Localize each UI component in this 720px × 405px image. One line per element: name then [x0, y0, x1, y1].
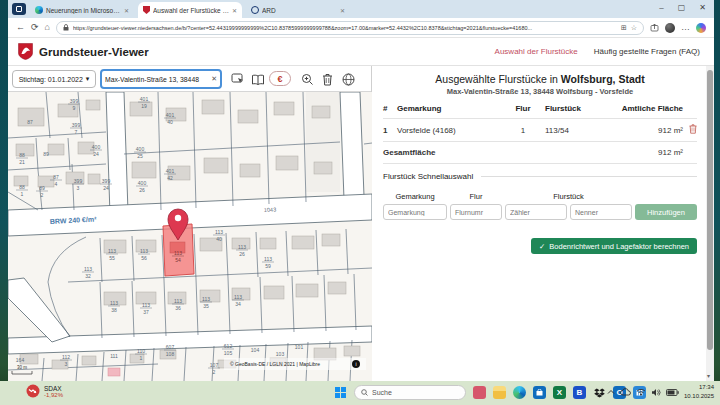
svg-text:110: 110 — [137, 348, 145, 354]
wifi-icon[interactable] — [636, 388, 646, 396]
svg-text:401: 401 — [166, 112, 175, 118]
zaehler-input[interactable] — [505, 204, 567, 220]
svg-text:108: 108 — [166, 351, 175, 357]
reload-button[interactable]: ⟳ — [31, 23, 39, 32]
store-bag-icon — [536, 389, 543, 396]
url-text: https://grundsteuer-viewer.niedersachsen… — [73, 25, 617, 31]
svg-text:32: 32 — [85, 273, 91, 279]
nav-auswahl-link[interactable]: Auswahl der Flurstücke — [495, 47, 578, 56]
clock[interactable]: 17:34 10.10.2025 — [684, 383, 714, 401]
taskbar-search[interactable]: Suche — [354, 385, 466, 400]
maximize-button[interactable]: ▢ — [678, 3, 686, 12]
widget-value: -1,92% — [44, 392, 63, 398]
widget-title: SDAX — [44, 385, 63, 392]
split-screen-icon[interactable]: ⊞ — [621, 24, 627, 32]
app-nav: Auswahl der Flurstücke Häufig gestellte … — [495, 47, 700, 56]
nenner-input[interactable] — [570, 204, 632, 220]
select-parcel-tool-button[interactable] — [229, 71, 246, 88]
nav-faq-link[interactable]: Häufig gestellte Fragen (FAQ) — [594, 47, 700, 56]
clear-search-icon[interactable]: ✕ — [211, 75, 217, 83]
svg-text:113: 113 — [108, 248, 116, 254]
svg-text:7: 7 — [75, 129, 78, 135]
cadastral-map: 8739993997401194014040024400258821898748… — [8, 92, 372, 381]
scroll-down-icon[interactable]: ▾ — [707, 372, 710, 379]
back-button[interactable]: ← — [16, 23, 25, 32]
address-search[interactable]: ✕ — [100, 69, 222, 89]
home-button[interactable]: ⌂ — [45, 23, 50, 32]
taskbar-app-store[interactable] — [533, 386, 546, 399]
svg-text:113: 113 — [174, 298, 182, 304]
gemarkung-input[interactable] — [383, 204, 447, 220]
tab-strip: Neuerungen in Microsoft Edge ✕ Auswahl d… — [8, 0, 714, 18]
profile-avatar[interactable] — [665, 23, 675, 33]
add-parcel-button[interactable]: Hinzufügen — [635, 204, 697, 220]
minimize-button[interactable]: – — [659, 3, 663, 12]
tab-actions-button[interactable] — [12, 3, 26, 15]
svg-text:25: 25 — [137, 153, 143, 159]
vertical-scrollbar[interactable]: ▾ — [706, 66, 714, 381]
tab-flurstuecke[interactable]: Auswahl der Flurstücke - Grundst ✕ — [138, 2, 242, 18]
settings-menu-icon[interactable]: … — [681, 23, 690, 32]
tab-close-icon[interactable]: ✕ — [232, 7, 237, 14]
svg-text:38: 38 — [111, 307, 117, 313]
onedrive-cloud-icon[interactable] — [620, 388, 631, 396]
svg-text:24: 24 — [103, 185, 109, 191]
bodenrichtwert-toggle-button[interactable]: € — [269, 71, 291, 86]
svg-text:612: 612 — [224, 343, 233, 349]
battery-icon[interactable] — [666, 389, 679, 396]
edge-favicon — [35, 6, 43, 14]
details-panel: Ausgewählte Flurstücke in Wolfsburg, Sta… — [373, 66, 707, 381]
tab-close-icon[interactable]: ✕ — [124, 7, 129, 14]
tab-ard[interactable]: ARD ✕ — [246, 2, 350, 18]
workspaces-icon — [16, 6, 22, 12]
flur-input[interactable] — [450, 204, 502, 220]
svg-text:607: 607 — [166, 344, 175, 350]
calculate-button[interactable]: ✓ Bodenrichtwert und Lagefaktor berechne… — [531, 238, 697, 254]
tab-close-icon[interactable]: ✕ — [340, 7, 345, 14]
parcel-label: 111 — [110, 353, 118, 359]
svg-text:113: 113 — [215, 229, 223, 235]
svg-text:107: 107 — [210, 362, 219, 368]
tray-expand-icon[interactable] — [607, 389, 615, 395]
legend-button[interactable] — [249, 71, 266, 88]
scrollbar-thumb[interactable] — [707, 70, 713, 350]
table-row: 1 Vorsfelde (4168) 1 113/54 912 m² — [383, 119, 697, 142]
search-input[interactable] — [105, 76, 211, 83]
collections-icon[interactable] — [650, 23, 659, 32]
svg-text:103: 103 — [276, 351, 285, 357]
date: 10.10.2025 — [684, 392, 714, 401]
taskbar-app-edge[interactable] — [513, 386, 526, 399]
speaker-icon[interactable] — [651, 388, 661, 397]
taskbar-app-photos[interactable] — [473, 386, 486, 399]
remove-parcel-button[interactable] — [683, 124, 697, 136]
taskbar-app-explorer[interactable] — [493, 386, 506, 399]
svg-text:113: 113 — [84, 266, 92, 272]
basemap-button[interactable] — [340, 71, 357, 88]
svg-text:2: 2 — [41, 192, 44, 198]
stock-widget[interactable]: SDAX -1,92% — [26, 384, 63, 398]
taskbar-app-excel[interactable]: X — [553, 386, 566, 399]
favorite-star-icon[interactable]: ☆ — [631, 24, 637, 32]
close-button[interactable]: ✕ — [699, 3, 706, 12]
svg-text:2: 2 — [213, 369, 216, 375]
svg-text:35: 35 — [203, 303, 209, 309]
table-header-row: # Gemarkung Flur Flurstück Amtliche Fläc… — [383, 99, 697, 119]
svg-text:54: 54 — [175, 257, 181, 263]
parcel-table: # Gemarkung Flur Flurstück Amtliche Fläc… — [383, 99, 697, 164]
svg-text:1: 1 — [21, 191, 24, 197]
address-field[interactable]: https://grundsteuer-viewer.niedersachsen… — [56, 21, 644, 35]
zoom-in-button[interactable] — [299, 71, 316, 88]
panel-subtitle: Max-Valentin-Straße 13, 38448 Wolfsburg … — [373, 87, 707, 96]
stock-chart-icon — [26, 384, 40, 398]
svg-text:26: 26 — [239, 251, 245, 257]
delete-selection-button[interactable] — [319, 71, 336, 88]
tab-edge-news[interactable]: Neuerungen in Microsoft Edge ✕ — [30, 2, 134, 18]
start-button[interactable] — [335, 387, 347, 399]
taskbar-app-dropbox[interactable] — [593, 386, 606, 399]
map-canvas[interactable]: 8739993997401194014040024400258821898748… — [8, 92, 372, 381]
panel-title: Ausgewählte Flurstücke in Wolfsburg, Sta… — [373, 73, 707, 85]
copilot-icon[interactable] — [696, 23, 706, 33]
svg-text:9: 9 — [73, 105, 76, 111]
taskbar-app-bing[interactable]: B — [573, 386, 586, 399]
stichtag-dropdown[interactable]: Stichtag: 01.01.2022 ▾ — [12, 70, 96, 88]
